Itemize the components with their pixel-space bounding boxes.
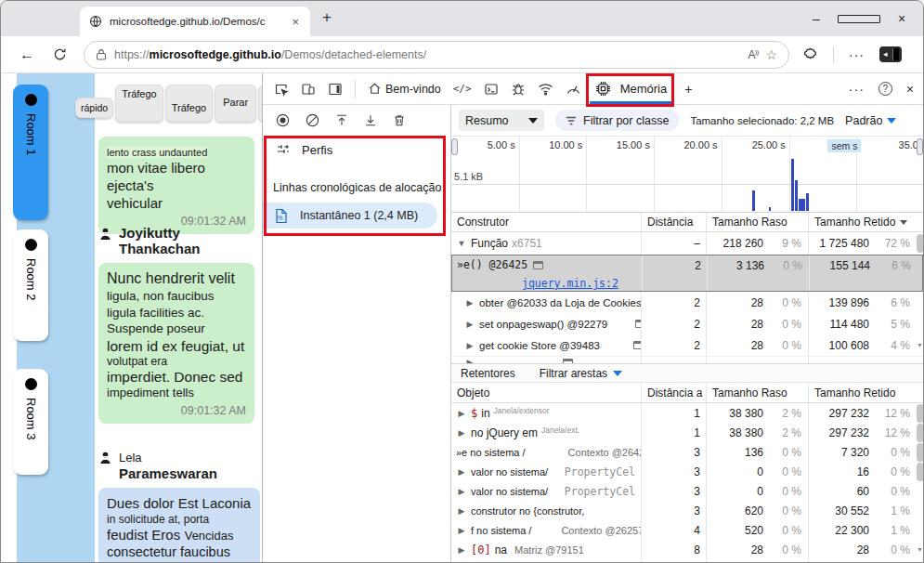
browser-essentials-icon[interactable] [802,46,818,62]
message-text: Vencidas [185,529,234,543]
perspective-value: Resumo [465,114,509,127]
retainers-table-header: Objeto Distância a Tamanho Raso Tamanho … [451,384,923,403]
table-row[interactable]: ▶get cookie Store @39483 2 28 0 % 100 60… [451,334,923,356]
dock-side-icon[interactable] [328,82,343,97]
col-objeto[interactable]: Objeto [451,386,641,399]
memory-record-toolbar [263,105,450,127]
inspect-icon[interactable] [274,82,289,97]
room-label: Room 2 [24,258,38,301]
perspective-select[interactable]: Resumo [459,110,544,131]
browser-tab[interactable]: microsoftedge.github.io/Demos/c × [80,7,310,36]
time-tick: 15.00 s [617,139,654,151]
chat-message: Dues dolor Est Laconia in solicitude at,… [98,488,260,562]
table-row[interactable]: ▶set onpageswap() @92279 2 28 0 % 114 48… [451,313,923,334]
welcome-label: Bem-vindo [385,83,441,96]
message-timestamp: 09:01:32 AM [107,404,246,417]
scroll-up-icon[interactable]: ▲ [917,218,923,227]
window-close-button[interactable]: × [880,11,923,26]
time-tick-selected: sem s [827,139,861,152]
trafego-button-2[interactable]: Tráfego [165,85,214,122]
rapido-button[interactable]: rápido [75,98,113,118]
save-profile-icon[interactable] [364,113,377,127]
table-row[interactable]: »e no sistema /Contexto @26421 3 136 0 %… [451,442,923,462]
message-author: JoyikuttyThankachan [98,225,201,257]
url-box[interactable]: https://microsoftedge.github.io/Demos/de… [84,41,789,69]
read-aloud-icon[interactable]: A⁾⁾ [748,48,759,61]
back-button[interactable]: ← [20,46,34,63]
table-row[interactable]: ▼Funçãox6751 – 218 260 9 % 1 725 480 72 … [451,232,923,255]
devtools-more-button[interactable]: ··· [849,82,865,97]
retainers-title: Retentores [461,367,515,380]
group-select[interactable]: Padrão [845,114,896,127]
source-link[interactable]: jquery.min.js:2 [522,277,618,290]
profiles-header[interactable]: Perfis [276,142,450,157]
retainers-section-bar: Retentores Filtrar arestas [451,363,923,383]
delete-trash-icon[interactable] [393,113,406,127]
message-text: consectetur faucibus [107,543,252,561]
table-row[interactable]: ▶f no sistema /Contexto @26257 4 520 0 %… [451,520,923,540]
tab-welcome[interactable]: Bem-vindo [368,82,441,96]
tab-network-wifi-icon[interactable] [538,82,553,96]
col-construtor[interactable]: Construtor [451,216,641,229]
table-row[interactable]: ▶no jQuery emJanela/ext. 1 38 380 2 % 29… [451,423,923,442]
clear-icon[interactable] [306,113,319,127]
help-icon[interactable]: ? [878,82,892,96]
table-row[interactable]: ▶construtor no {construtor, 3 620 0 % 30… [451,501,923,520]
table-row[interactable]: ▶valor no sistema/PropertyCel 3 0 0 % 60… [451,481,923,501]
tab-elements-icon[interactable]: </> [453,83,472,95]
col-distancia-a[interactable]: Distância a [641,384,706,402]
parar-button[interactable]: Parar [215,85,256,122]
filter-edges-select[interactable]: Filtrar arestas [540,367,622,380]
tab-memory[interactable]: Memória [593,81,670,97]
minimize-button[interactable]: – [795,11,838,26]
table-row[interactable]: ▶$inJanela/extensor 1 38 380 2 % 297 232… [451,403,923,423]
upload-profile-icon[interactable] [335,113,348,127]
class-filter-input[interactable]: Filtrar por classe [555,110,679,131]
tab-close-button[interactable]: × [288,15,303,29]
size-gridline [451,184,923,185]
time-tick: 20.00 s [683,139,721,151]
settings-more-button[interactable]: ··· [849,47,865,62]
range-handle-right[interactable] [917,138,923,155]
table-row[interactable]: ▶obter @62033 da Loja de Cookies 2 28 0 … [451,292,923,313]
message-text: Nunc hendrerit velit [107,269,246,288]
table-row[interactable]: ▶valor no sistema/PropertyCel 3 0 0 % 16… [451,462,923,481]
col-distancia[interactable]: Distância [641,213,706,231]
room-tab-3[interactable]: Room 3 [13,369,48,475]
col-tamanho-retido[interactable]: Tamanho Retido [808,213,917,231]
new-tab-button[interactable]: + [322,8,332,27]
col-tamanho-raso[interactable]: Tamanho Raso [706,384,808,402]
trafego-button-1[interactable]: Tráfego [115,85,163,122]
more-tabs-button[interactable]: + [684,82,692,97]
summary-toolbar: Resumo Filtrar por classe Tamanho seleci… [451,105,923,136]
maximize-button[interactable] [838,11,880,26]
device-emulation-icon[interactable] [301,82,316,97]
room-tab-1[interactable]: Room 1 [13,85,48,220]
svg-text:%: % [277,215,282,221]
refresh-button[interactable] [53,47,67,61]
col-tamanho-retido[interactable]: Tamanho Retido [808,384,917,402]
devtools-close-button[interactable]: × [906,82,914,97]
table-row[interactable]: ▶[0]naMatriz @79151 8 28 0 % 28 0 % ▼ [451,540,923,559]
constructor-table: Construtor Distância Tamanho Raso Tamanh… [451,213,923,363]
allocation-timeline-chart[interactable]: 5.1 kB 5.00 s 10.00 s 15.00 s 20.00 s 25… [451,136,923,213]
globe-icon [89,15,102,28]
scroll-down-icon[interactable]: ▼ [917,546,923,553]
snapshot-item-selected[interactable]: % Instantâneo 1 (2,4 MB) [263,203,437,229]
tab-performance-gauge-icon[interactable] [566,82,581,96]
address-bar: ← https://microsoftedge.github.io/Demos/… [1,36,923,73]
table-row-selected[interactable]: »e() @26425 jquery.min.js:2 2 3 136 0 % … [451,255,923,292]
scroll-up-icon[interactable]: ▲ [917,389,923,398]
range-handle-left[interactable] [451,138,458,155]
record-icon[interactable] [276,113,290,127]
sidebar-toggle-button[interactable] [879,46,902,62]
col-tamanho-raso[interactable]: Tamanho Raso [706,213,808,231]
favorite-star-icon[interactable]: ☆ [765,47,777,62]
tab-debugger-bug-icon[interactable] [511,82,526,97]
room-tab-2[interactable]: Room 2 [13,229,48,341]
memory-sidebar: Perfis Linhas cronológicas de alocação %… [263,105,451,562]
tab-console-icon[interactable] [484,82,499,97]
snapshot-label: Instantâneo 1 (2,4 MB) [300,209,418,222]
table-row-partial[interactable]: ▶0 in (object elements)[] @791 9 0 0 % 0… [451,559,923,562]
scroll-down-icon[interactable]: ▼ [917,342,923,348]
